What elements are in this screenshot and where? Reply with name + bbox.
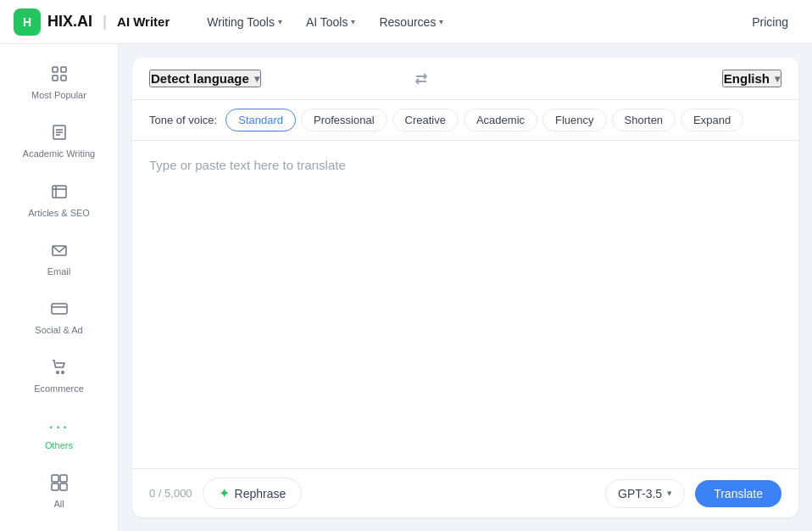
svg-rect-12 xyxy=(52,304,67,314)
brand-logo: H xyxy=(14,8,41,36)
rephrase-icon: ✦ xyxy=(219,485,230,501)
brand-name: HIX.AI xyxy=(47,13,92,31)
ai-tools-nav[interactable]: AI Tools ▾ xyxy=(296,10,366,34)
detect-lang-label: Detect language xyxy=(151,71,249,86)
sidebar: Most Popular Academic Writing xyxy=(0,44,119,531)
svg-rect-1 xyxy=(61,67,66,72)
sidebar-item-email[interactable]: Email xyxy=(7,232,111,286)
detect-language-button[interactable]: Detect language ▾ xyxy=(149,70,261,87)
gpt-chevron-icon: ▾ xyxy=(667,488,672,499)
resources-nav[interactable]: Resources ▾ xyxy=(369,10,453,34)
svg-rect-17 xyxy=(60,475,67,482)
rephrase-button[interactable]: ✦ Rephrase xyxy=(203,478,303,509)
translation-input[interactable] xyxy=(149,158,781,451)
tone-shorten[interactable]: Shorten xyxy=(612,109,676,131)
email-icon xyxy=(50,241,69,262)
tool-panel: Detect language ▾ English ▾ Tone of voic… xyxy=(132,58,798,517)
gpt-select-button[interactable]: GPT-3.5 ▾ xyxy=(605,479,685,508)
svg-rect-16 xyxy=(52,475,58,482)
swap-language-button[interactable] xyxy=(413,70,430,87)
target-lang-chevron-icon: ▾ xyxy=(775,73,780,85)
sidebar-item-most-popular[interactable]: Most Popular xyxy=(7,56,111,109)
main-layout: Most Popular Academic Writing xyxy=(0,44,812,531)
sidebar-item-academic-writing[interactable]: Academic Writing xyxy=(7,115,111,168)
most-popular-icon xyxy=(50,64,69,86)
others-icon: ··· xyxy=(48,417,69,436)
brand-subtitle: AI Writer xyxy=(117,14,170,29)
svg-rect-8 xyxy=(53,186,66,198)
tone-bar: Tone of voice: Standard Professional Cre… xyxy=(132,100,798,141)
social-ad-icon xyxy=(50,299,69,321)
tone-standard[interactable]: Standard xyxy=(225,109,296,131)
content-area: Detect language ▾ English ▾ Tone of voic… xyxy=(119,44,812,531)
sidebar-item-ecommerce[interactable]: Ecommerce xyxy=(7,349,111,403)
svg-rect-0 xyxy=(53,67,58,72)
articles-seo-icon xyxy=(50,182,69,204)
svg-rect-19 xyxy=(60,483,67,490)
tone-professional[interactable]: Professional xyxy=(301,109,387,131)
rephrase-label: Rephrase xyxy=(235,487,286,500)
brand: H HIX.AI | AI Writer xyxy=(14,8,170,36)
tone-academic[interactable]: Academic xyxy=(464,109,537,131)
tone-expand[interactable]: Expand xyxy=(681,109,743,131)
sidebar-item-social-ad[interactable]: Social & Ad xyxy=(7,291,111,344)
svg-rect-2 xyxy=(53,75,58,81)
svg-point-15 xyxy=(61,372,63,373)
all-icon xyxy=(50,473,69,495)
tone-buttons: Standard Professional Creative Academic … xyxy=(225,109,743,131)
academic-writing-icon xyxy=(50,123,69,144)
sidebar-label-academic-writing: Academic Writing xyxy=(23,148,95,159)
target-language-button[interactable]: English ▾ xyxy=(722,70,781,87)
svg-point-14 xyxy=(56,372,58,373)
translate-button[interactable]: Translate xyxy=(695,480,781,507)
text-input-area xyxy=(132,141,798,468)
svg-rect-18 xyxy=(52,483,58,490)
nav-links: Writing Tools ▾ AI Tools ▾ Resources ▾ xyxy=(197,10,453,34)
pricing-nav[interactable]: Pricing xyxy=(742,10,798,34)
sidebar-item-others[interactable]: ··· Others xyxy=(7,409,111,460)
char-count: 0 / 5,000 xyxy=(149,487,192,500)
tone-of-voice-label: Tone of voice: xyxy=(149,114,217,126)
sidebar-label-others: Others xyxy=(45,439,73,451)
ecommerce-icon xyxy=(50,358,69,379)
target-lang-label: English xyxy=(724,71,770,86)
writing-tools-chevron-icon: ▾ xyxy=(278,17,282,26)
tone-creative[interactable]: Creative xyxy=(392,109,459,131)
sidebar-label-ecommerce: Ecommerce xyxy=(34,383,84,394)
detect-lang-chevron-icon: ▾ xyxy=(254,73,259,85)
sidebar-label-all: All xyxy=(53,498,64,510)
sidebar-label-social-ad: Social & Ad xyxy=(35,324,82,336)
sidebar-label-articles-seo: Articles & SEO xyxy=(28,207,90,219)
sidebar-label-most-popular: Most Popular xyxy=(31,89,86,101)
bottom-bar: 0 / 5,000 ✦ Rephrase GPT-3.5 ▾ Translate xyxy=(132,468,798,517)
gpt-label: GPT-3.5 xyxy=(618,487,662,500)
sidebar-item-all[interactable]: All xyxy=(7,465,111,518)
navbar: H HIX.AI | AI Writer Writing Tools ▾ AI … xyxy=(0,0,812,44)
sidebar-item-articles-seo[interactable]: Articles & SEO xyxy=(7,174,111,227)
svg-rect-3 xyxy=(61,75,66,81)
writing-tools-nav[interactable]: Writing Tools ▾ xyxy=(197,10,292,34)
language-bar: Detect language ▾ English ▾ xyxy=(132,58,798,100)
ai-tools-chevron-icon: ▾ xyxy=(351,17,355,26)
tone-fluency[interactable]: Fluency xyxy=(542,109,607,131)
sidebar-label-email: Email xyxy=(47,266,71,277)
brand-divider: | xyxy=(103,13,107,31)
resources-chevron-icon: ▾ xyxy=(439,17,443,26)
